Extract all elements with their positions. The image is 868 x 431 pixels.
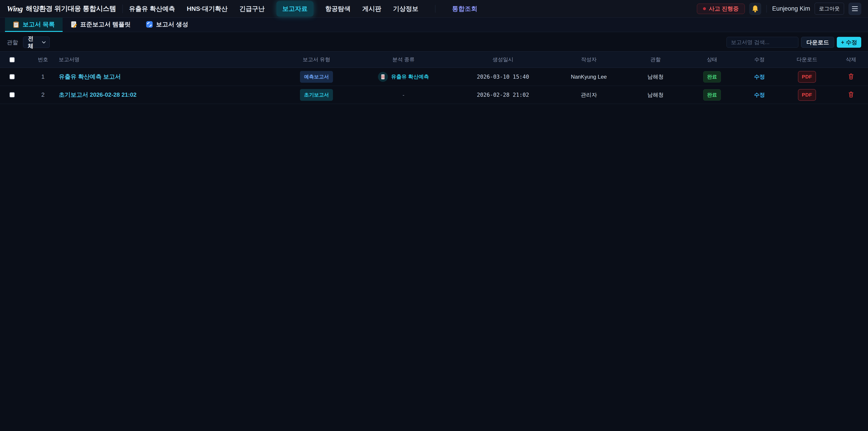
tab-report-list[interactable]: 보고서 목록 [5,18,63,32]
download-button[interactable]: 다운로드 [801,37,834,48]
incident-status-badge: 사고 진행중 [697,4,745,14]
row-checkbox[interactable] [9,74,15,79]
pdf-download-button[interactable]: PDF [798,71,816,83]
app-title: 해양환경 위기대응 통합시스템 [26,4,116,13]
row-number: 2 [41,91,44,98]
pdf-download-button[interactable]: PDF [798,89,816,101]
delete-button[interactable] [847,90,855,99]
col-analysis-type: 분석 종류 [352,52,454,68]
chevron-down-icon [42,41,46,44]
nav-reports[interactable]: 보고자료 [276,1,313,17]
col-number: 번호 [27,52,59,68]
report-type-badge: 예측보고서 [300,71,333,83]
app-brand: Wing 해양환경 위기대응 통합시스템 [7,4,116,13]
nav-board[interactable]: 게시판 [362,4,381,13]
nav-emergency-rescue[interactable]: 긴급구난 [239,4,265,13]
delete-button[interactable] [847,72,855,81]
refresh-icon [146,21,153,28]
incident-status-label: 사고 진행중 [709,5,739,12]
created-at: 2026-03-10 15:40 [477,74,529,80]
status-badge: 완료 [703,71,721,83]
col-jurisdiction: 관할 [626,52,685,68]
col-edit: 수정 [739,52,780,68]
tab-label: 표준보고서 템플릿 [80,20,131,29]
nav-integrated-search[interactable]: 통합조회 [452,4,477,13]
status-dot [703,7,706,10]
table-row: 1 유출유 확산예측 보고서 예측보고서 유출유 확산예 [0,68,868,86]
created-at: 2026-02-28 21:02 [477,92,529,98]
status-badge: 완료 [703,89,721,100]
tab-standard-template[interactable]: 표준보고서 템플릿 [63,18,138,32]
filter-toolbar: 관할 전체 다운로드 + 수정 [0,37,868,48]
edit-link[interactable]: 수정 [754,74,765,80]
author: NanKyung Lee [571,74,607,80]
author: 관리자 [581,92,597,98]
table-row: 2 초기보고서 2026-02-28 21:02 초기보고서 - 2026-02… [0,86,868,104]
col-author: 작성자 [552,52,626,68]
tab-report-create[interactable]: 보고서 생성 [138,18,196,32]
col-delete: 삭제 [834,52,868,68]
jurisdiction: 남해청 [647,92,664,98]
oil-drum-icon [378,72,388,82]
report-name-link[interactable]: 유출유 확산예측 보고서 [59,73,121,80]
col-created-at: 생성일시 [454,52,552,68]
analysis-type: 유출유 확산예측 [378,72,429,82]
memo-icon [70,21,77,28]
report-table: 번호 보고서명 보고서 유형 분석 종류 생성일시 작성자 관할 상태 수정 다… [0,51,868,104]
notifications-button[interactable] [749,3,761,15]
user-name: Eunjeong Kim [772,5,810,12]
app-root: Wing 해양환경 위기대응 통합시스템 유출유 확산예측 HNS·대기확산 긴… [0,0,868,431]
jurisdiction: 남해청 [647,74,664,80]
edit-button[interactable]: + 수정 [837,37,861,48]
report-type-badge: 초기보고서 [300,89,333,101]
edit-link[interactable]: 수정 [754,92,765,98]
col-report-type: 보고서 유형 [280,52,352,68]
trash-icon [848,73,854,80]
jurisdiction-selected-value: 전체 [28,35,38,50]
hamburger-menu-button[interactable] [848,3,861,15]
tab-label: 보고서 목록 [23,20,55,29]
row-number: 1 [41,73,44,80]
clipboard-icon [13,21,20,28]
jurisdiction-label: 관할 [7,39,18,46]
report-name-link[interactable]: 초기보고서 2026-02-28 21:02 [59,91,136,98]
bell-icon [752,5,759,13]
col-download: 다운로드 [780,52,834,68]
filter-left: 관할 전체 [7,37,50,48]
analysis-type-empty: - [403,92,404,98]
report-tabbar: 보고서 목록 표준보고서 템플릿 보고서 생성 [0,18,868,32]
tab-label: 보고서 생성 [156,20,188,29]
filter-right: 다운로드 + 수정 [726,37,861,48]
header-right: 사고 진행중 Eunjeong Kim 로그아웃 [697,3,861,15]
trash-icon [848,91,854,98]
row-checkbox[interactable] [9,92,15,97]
nav-aerial-search[interactable]: 항공탐색 [325,4,350,13]
nav-weather-info[interactable]: 기상정보 [393,4,418,13]
col-report-name: 보고서명 [59,52,280,68]
table-header: 번호 보고서명 보고서 유형 분석 종류 생성일시 작성자 관할 상태 수정 다… [0,52,868,68]
select-all-checkbox[interactable] [9,57,15,62]
logout-button[interactable]: 로그아웃 [815,3,844,15]
wing-logo: Wing [7,4,23,13]
report-search-input[interactable] [726,37,798,48]
menu-icon [852,6,858,7]
nav-hns-air-diffusion[interactable]: HNS·대기확산 [187,4,227,13]
jurisdiction-select[interactable]: 전체 [23,37,50,48]
main-nav: 유출유 확산예측 HNS·대기확산 긴급구난 보고자료 항공탐색 게시판 기상정… [129,1,477,17]
analysis-type-label: 유출유 확산예측 [391,73,429,80]
nav-divider [430,5,440,13]
col-status: 상태 [685,52,739,68]
nav-oil-spill-prediction[interactable]: 유출유 확산예측 [129,4,175,13]
top-header: Wing 해양환경 위기대응 통합시스템 유출유 확산예측 HNS·대기확산 긴… [0,0,868,18]
